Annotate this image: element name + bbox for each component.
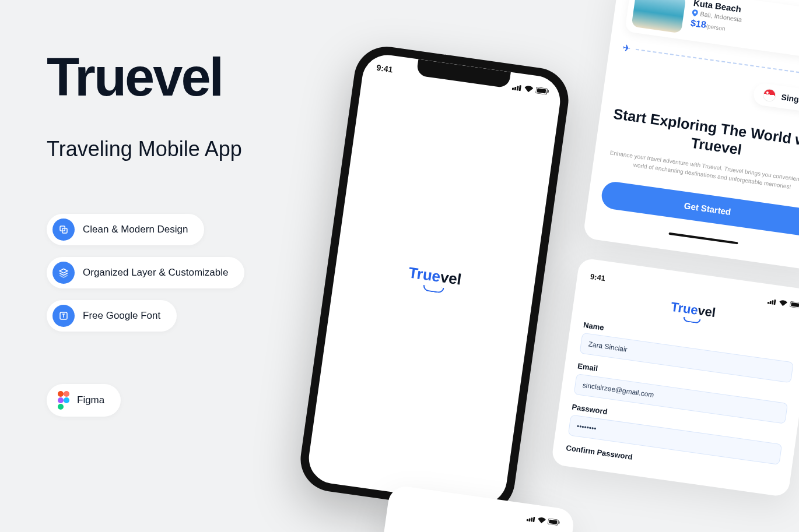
- svg-rect-15: [768, 302, 769, 304]
- destination-photo: [631, 0, 686, 33]
- feature-item: Organized Layer & Customizable: [47, 257, 244, 288]
- route-line: [636, 48, 799, 77]
- figma-label: Figma: [77, 394, 104, 406]
- svg-rect-25: [532, 517, 535, 522]
- product-title: Truevel: [47, 47, 244, 108]
- svg-rect-9: [514, 86, 517, 90]
- figma-icon: [57, 391, 70, 410]
- svg-rect-8: [512, 87, 514, 90]
- phone-mockup-splash: 9:41 Truevel: [296, 43, 573, 517]
- feature-label: Clean & Modern Design: [83, 224, 188, 235]
- svg-rect-28: [558, 522, 559, 524]
- design-icon: [52, 219, 75, 241]
- feature-label: Organized Layer & Customizable: [83, 267, 228, 279]
- svg-rect-17: [772, 300, 774, 305]
- svg-point-6: [64, 397, 69, 403]
- feature-item: Clean & Modern Design: [47, 214, 204, 245]
- status-indicators: [511, 82, 549, 96]
- app-logo: Truevel: [408, 263, 463, 288]
- svg-point-5: [58, 397, 64, 403]
- svg-rect-27: [549, 520, 557, 524]
- svg-rect-20: [791, 302, 799, 307]
- home-indicator: [668, 232, 738, 244]
- layers-icon: [52, 262, 75, 284]
- svg-point-3: [58, 391, 64, 397]
- signup-screen: 9:41 Truevel Name Zara Sinclair Email si…: [551, 257, 799, 497]
- svg-rect-24: [531, 517, 533, 522]
- font-icon: [52, 305, 75, 327]
- svg-rect-23: [528, 518, 530, 522]
- status-time: 9:41: [376, 63, 394, 75]
- figma-chip: Figma: [47, 384, 121, 417]
- svg-rect-22: [527, 519, 528, 522]
- product-subtitle: Traveling Mobile App: [47, 137, 244, 161]
- status-indicators: [767, 297, 799, 310]
- country-chip[interactable]: Singapore: [752, 82, 799, 115]
- svg-point-7: [58, 404, 64, 410]
- get-started-button[interactable]: Get Started: [600, 180, 799, 237]
- status-time: 9:41: [590, 272, 606, 282]
- svg-rect-13: [537, 88, 546, 93]
- svg-rect-16: [769, 301, 771, 305]
- flag-icon: [762, 88, 776, 103]
- plane-icon: ✈: [622, 42, 631, 54]
- svg-rect-4: [64, 391, 69, 397]
- svg-rect-14: [548, 90, 549, 93]
- feature-item: Free Google Font: [47, 300, 177, 332]
- svg-rect-18: [773, 300, 776, 305]
- status-indicators: [526, 515, 560, 526]
- svg-rect-10: [517, 86, 519, 90]
- onboarding-screen: Kuta Beach Bali, Indonesia $18/person ✈ …: [583, 0, 799, 271]
- feature-label: Free Google Font: [83, 310, 160, 322]
- svg-rect-11: [519, 85, 521, 91]
